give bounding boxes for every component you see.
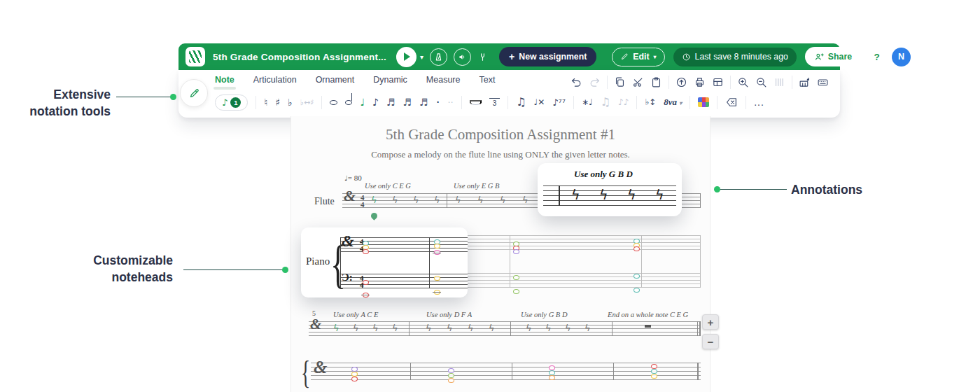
paste-icon[interactable] — [650, 76, 662, 88]
notehead[interactable] — [448, 368, 454, 373]
thirtysecond-note-icon[interactable]: ♬ — [403, 97, 412, 107]
notehead[interactable] — [513, 275, 519, 280]
quarter-rest-icon[interactable]: ϟ — [500, 195, 506, 204]
notehead[interactable] — [513, 249, 519, 254]
keyboard-shortcuts-icon[interactable] — [817, 76, 829, 88]
dot-icon[interactable]: · — [436, 96, 440, 108]
beam-group-icon[interactable]: ♫ — [601, 97, 610, 108]
tab-measure[interactable]: Measure — [426, 75, 461, 90]
zoom-in-icon[interactable] — [737, 76, 749, 88]
notehead[interactable] — [363, 280, 369, 285]
export-icon[interactable] — [676, 76, 687, 88]
whole-rest-icon[interactable] — [645, 325, 651, 328]
quarter-rest-icon[interactable]: ϟ — [455, 195, 461, 204]
quarter-rest-icon[interactable]: ϟ — [526, 323, 532, 332]
cut-icon[interactable] — [632, 76, 644, 88]
page-zoom-out-button[interactable]: − — [702, 334, 719, 349]
notehead[interactable] — [549, 365, 555, 370]
flute-staff-2[interactable] — [309, 321, 701, 336]
note-input-mode-button[interactable]: ♪ 1 — [215, 94, 248, 111]
notehead[interactable] — [651, 374, 657, 379]
help-button[interactable]: ? — [867, 48, 886, 66]
tab-dynamic[interactable]: Dynamic — [373, 75, 407, 90]
quarter-rest-icon[interactable]: ϟ — [434, 195, 440, 204]
notehead[interactable] — [634, 288, 640, 293]
tempo-marking[interactable]: ♩= 80 — [344, 174, 362, 182]
whole-note-icon[interactable] — [330, 100, 337, 105]
flat-icon[interactable]: ♭ — [288, 97, 293, 107]
document-title[interactable]: 5th Grade Composition Assignment... — [213, 52, 386, 62]
quarter-rest-icon[interactable]: ϟ — [468, 323, 474, 332]
quarter-rest-icon[interactable]: ϟ — [565, 323, 571, 332]
page-zoom-in-button[interactable]: + — [702, 314, 719, 330]
quarter-rest-icon[interactable]: ϟ — [372, 323, 379, 332]
sixtyfourth-note-icon[interactable]: ♬ — [419, 97, 428, 107]
edit-mode-button[interactable]: Edit ▾ — [612, 48, 664, 66]
flat-logo-icon[interactable] — [186, 47, 205, 66]
transpose-icon[interactable]: ♭↕ — [645, 98, 656, 106]
notehead[interactable] — [651, 364, 657, 369]
copy-icon[interactable] — [614, 76, 626, 88]
tie-icon[interactable] — [470, 100, 482, 105]
share-button[interactable]: Share — [805, 47, 861, 66]
note-spacing-icon[interactable] — [774, 76, 785, 88]
playback-chevron-icon[interactable]: ▾ — [420, 53, 424, 61]
notehead[interactable] — [634, 274, 640, 279]
quarter-rest-icon[interactable]: ϟ — [371, 195, 377, 204]
beamed-notes-icon[interactable]: ♫ — [516, 97, 526, 108]
quarter-note-icon[interactable]: ♩ — [360, 97, 365, 107]
backspace-icon[interactable] — [725, 96, 738, 108]
edit-pencil-button[interactable] — [180, 79, 208, 107]
accidental-toggle-icon[interactable]: ♭↔♯ — [300, 99, 314, 106]
sharp-icon[interactable]: ♯ — [275, 97, 280, 107]
toggle-rest-icon[interactable]: ♪⁷⁷ — [552, 98, 566, 107]
notehead[interactable] — [549, 370, 555, 375]
redo-icon[interactable] — [589, 76, 601, 88]
quarter-rest-icon[interactable]: ϟ — [392, 195, 398, 204]
eighth-note-icon[interactable]: ♪ — [372, 97, 379, 107]
notehead[interactable] — [448, 373, 454, 378]
notehead[interactable] — [651, 369, 657, 374]
notehead[interactable] — [363, 249, 369, 254]
piano-input-icon[interactable] — [799, 76, 811, 88]
half-note-icon[interactable] — [345, 100, 352, 105]
print-icon[interactable] — [694, 76, 706, 88]
notehead[interactable] — [448, 378, 454, 383]
notehead[interactable] — [351, 367, 358, 372]
delete-note-icon[interactable]: ♩✕ — [534, 98, 545, 106]
notehead[interactable] — [351, 372, 358, 377]
notehead[interactable] — [434, 244, 440, 248]
quarter-rest-icon[interactable]: ϟ — [426, 323, 432, 332]
double-dot-icon[interactable]: ·· — [447, 98, 453, 107]
tuning-fork-icon[interactable] — [477, 52, 488, 62]
tab-articulation[interactable]: Articulation — [253, 75, 297, 90]
quarter-rest-icon[interactable]: ϟ — [413, 195, 419, 204]
volume-icon[interactable] — [454, 48, 471, 66]
notehead[interactable] — [513, 289, 519, 294]
quarter-rest-icon[interactable]: ϟ — [584, 323, 591, 332]
annotation-popup[interactable]: Use only G B D ϟ ϟ ϟ ϟ — [538, 163, 682, 216]
quarter-rest-icon[interactable]: ϟ — [489, 323, 495, 332]
measure-text[interactable]: Use only D F A — [426, 311, 472, 318]
notehead[interactable] — [549, 375, 555, 380]
measure-text[interactable]: Use only C E G — [365, 182, 411, 190]
tab-ornament[interactable]: Ornament — [316, 75, 355, 90]
tab-note[interactable]: Note — [215, 75, 234, 90]
quarter-rest-icon[interactable]: ϟ — [545, 323, 552, 332]
notehead[interactable] — [351, 377, 358, 382]
quarter-rest-icon[interactable]: ϟ — [392, 323, 398, 332]
notehead[interactable] — [434, 276, 440, 281]
quarter-rest-icon[interactable]: ϟ — [353, 323, 359, 332]
explode-note-icon[interactable]: ∗♩ — [582, 98, 593, 106]
double-notes-icon[interactable]: ♪♪ — [618, 98, 629, 106]
play-button[interactable] — [396, 47, 416, 67]
sixteenth-note-icon[interactable]: ♬ — [386, 97, 396, 107]
zoom-out-icon[interactable] — [755, 76, 767, 88]
measure-text[interactable]: Use only A C E — [333, 311, 378, 318]
quarter-rest-icon[interactable]: ϟ — [447, 323, 453, 332]
avatar[interactable]: N — [892, 48, 911, 66]
measure-text[interactable]: End on a whole note C E G — [608, 311, 688, 318]
notehead-color-icon[interactable] — [698, 97, 709, 107]
measure-text[interactable]: Use only G B D — [521, 311, 568, 318]
more-tools-icon[interactable]: ... — [754, 97, 764, 108]
